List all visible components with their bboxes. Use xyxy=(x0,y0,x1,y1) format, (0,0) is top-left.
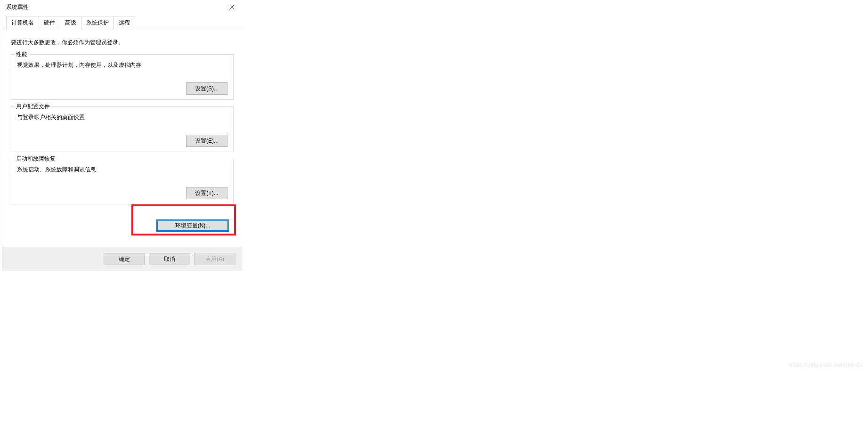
system-properties-dialog: 系统属性 计算机名 硬件 高级 系统保护 远程 要进行大多数更改，你必须作为管理… xyxy=(2,0,242,271)
group-user-profiles-text: 与登录帐户相关的桌面设置 xyxy=(17,114,227,122)
intro-text: 要进行大多数更改，你必须作为管理员登录。 xyxy=(11,39,234,47)
dialog-title: 系统属性 xyxy=(6,3,29,11)
watermark: https://blog.csdn.net/itnerds xyxy=(789,362,862,368)
user-profiles-settings-button[interactable]: 设置(E)... xyxy=(186,135,227,147)
group-startup-recovery: 启动和故障恢复 系统启动、系统故障和调试信息 设置(T)... xyxy=(11,159,234,204)
tab-content-advanced: 要进行大多数更改，你必须作为管理员登录。 性能 视觉效果，处理器计划，内存使用，… xyxy=(2,30,242,247)
ok-button[interactable]: 确定 xyxy=(104,253,145,265)
env-row: 环境变量(N)... xyxy=(11,213,234,238)
group-performance-legend: 性能 xyxy=(14,50,29,58)
cancel-button[interactable]: 取消 xyxy=(149,253,190,265)
tab-system-protection[interactable]: 系统保护 xyxy=(81,16,114,30)
tab-computer-name[interactable]: 计算机名 xyxy=(6,16,39,30)
environment-variables-button[interactable]: 环境变量(N)... xyxy=(156,219,229,232)
group-performance: 性能 视觉效果，处理器计划，内存使用，以及虚拟内存 设置(S)... xyxy=(11,54,234,100)
titlebar: 系统属性 xyxy=(2,0,242,14)
tabstrip: 计算机名 硬件 高级 系统保护 远程 xyxy=(2,14,242,30)
group-performance-text: 视觉效果，处理器计划，内存使用，以及虚拟内存 xyxy=(17,61,227,69)
dialog-buttons: 确定 取消 应用(A) xyxy=(2,247,242,271)
performance-settings-button[interactable]: 设置(S)... xyxy=(186,82,227,95)
apply-button[interactable]: 应用(A) xyxy=(194,253,235,265)
startup-recovery-settings-button[interactable]: 设置(T)... xyxy=(186,187,227,199)
tab-hardware[interactable]: 硬件 xyxy=(39,16,60,30)
close-button[interactable] xyxy=(221,0,242,14)
group-user-profiles: 用户配置文件 与登录帐户相关的桌面设置 设置(E)... xyxy=(11,106,234,152)
group-startup-recovery-legend: 启动和故障恢复 xyxy=(14,155,57,163)
group-startup-recovery-text: 系统启动、系统故障和调试信息 xyxy=(17,166,227,174)
tab-remote[interactable]: 远程 xyxy=(114,16,135,30)
tab-advanced[interactable]: 高级 xyxy=(60,16,81,30)
close-icon xyxy=(229,5,234,9)
group-user-profiles-legend: 用户配置文件 xyxy=(14,103,52,111)
